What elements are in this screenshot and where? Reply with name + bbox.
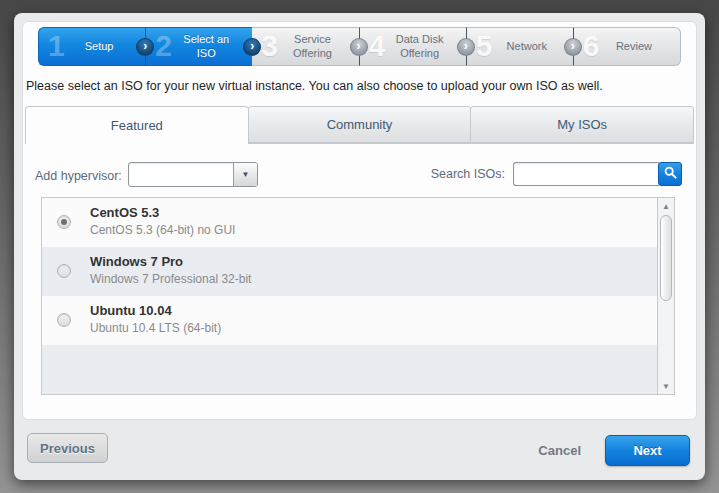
- step-number: 6: [583, 29, 600, 63]
- wizard-step-bar: 1 Setup › 2 Select an ISO › 3 Service Of…: [38, 27, 681, 66]
- wizard-step-network: 5 Network ›: [466, 27, 573, 66]
- step-label: Data Disk Offering: [387, 33, 453, 59]
- step-number: 5: [476, 29, 493, 63]
- wizard-step-data-disk-offering: 4 Data Disk Offering ›: [359, 27, 466, 66]
- next-button[interactable]: Next: [605, 435, 690, 466]
- radio-button[interactable]: [57, 215, 71, 229]
- step-number: 1: [48, 29, 65, 63]
- scroll-up-button[interactable]: ▲: [658, 198, 674, 214]
- step-label: Setup: [85, 40, 114, 53]
- chevron-right-icon: ›: [350, 38, 368, 56]
- list-filler-row: [42, 345, 674, 394]
- iso-title: Ubuntu 10.04: [90, 303, 674, 318]
- wizard-step-service-offering: 3 Service Offering ›: [252, 27, 358, 66]
- step-label: Network: [507, 40, 547, 53]
- list-scrollbar[interactable]: ▲ ▼: [657, 198, 674, 394]
- caret-down-icon[interactable]: ▼: [233, 163, 257, 186]
- iso-title: CentOS 5.3: [90, 205, 674, 220]
- tab-community[interactable]: Community: [248, 106, 472, 143]
- search-button[interactable]: [658, 162, 682, 186]
- instruction-text: Please select an ISO for your new virtua…: [26, 79, 603, 93]
- iso-tabs: Featured Community My ISOs: [25, 106, 694, 144]
- hypervisor-select[interactable]: ▼: [128, 162, 258, 187]
- chevron-right-icon: ›: [564, 38, 582, 56]
- scrollbar-thumb[interactable]: [660, 215, 672, 301]
- add-hypervisor-label: Add hypervisor:: [35, 169, 122, 183]
- list-item-windows[interactable]: Windows 7 Pro Windows 7 Professional 32-…: [42, 247, 674, 296]
- list-item-ubuntu[interactable]: Ubuntu 10.04 Ubuntu 10.4 LTS (64-bit): [42, 296, 674, 345]
- overlay-background: 1 Setup › 2 Select an ISO › 3 Service Of…: [0, 0, 719, 493]
- chevron-right-icon: ›: [243, 38, 261, 56]
- wizard-step-review: 6 Review: [573, 27, 681, 66]
- step-number: 3: [261, 29, 278, 63]
- radio-button[interactable]: [57, 264, 71, 278]
- search-input[interactable]: [513, 162, 659, 186]
- step-number: 2: [155, 29, 172, 63]
- chevron-right-icon: ›: [457, 38, 475, 56]
- footer-actions: Cancel Next: [538, 435, 690, 466]
- tab-featured[interactable]: Featured: [25, 106, 249, 144]
- search-group: Search ISOs:: [431, 162, 682, 186]
- tab-my-isos[interactable]: My ISOs: [470, 106, 694, 143]
- step-label: Review: [616, 40, 652, 53]
- iso-title: Windows 7 Pro: [90, 254, 674, 269]
- iso-list: CentOS 5.3 CentOS 5.3 (64-bit) no GUI Wi…: [41, 197, 675, 395]
- radio-button[interactable]: [57, 313, 71, 327]
- step-label: Select an ISO: [173, 33, 239, 59]
- cancel-button[interactable]: Cancel: [538, 443, 581, 458]
- wizard-step-select-iso: 2 Select an ISO ›: [145, 27, 252, 66]
- chevron-right-icon: ›: [136, 38, 154, 56]
- search-isos-label: Search ISOs:: [431, 167, 505, 181]
- caret-down-icon: ▼: [662, 382, 670, 391]
- iso-description: Windows 7 Professional 32-bit: [90, 272, 674, 286]
- step-number: 4: [369, 29, 386, 63]
- magnifier-icon: [664, 166, 677, 182]
- wizard-body-panel: 1 Setup › 2 Select an ISO › 3 Service Of…: [22, 21, 697, 420]
- wizard-step-setup: 1 Setup ›: [38, 27, 145, 66]
- list-item-centos[interactable]: CentOS 5.3 CentOS 5.3 (64-bit) no GUI: [42, 198, 674, 247]
- instance-wizard-dialog: 1 Setup › 2 Select an ISO › 3 Service Of…: [14, 13, 705, 480]
- iso-description: CentOS 5.3 (64-bit) no GUI: [90, 223, 674, 237]
- previous-button[interactable]: Previous: [27, 433, 108, 463]
- scroll-down-button[interactable]: ▼: [658, 378, 674, 394]
- caret-up-icon: ▲: [662, 202, 670, 211]
- iso-description: Ubuntu 10.4 LTS (64-bit): [90, 321, 674, 335]
- step-label: Service Offering: [279, 33, 345, 59]
